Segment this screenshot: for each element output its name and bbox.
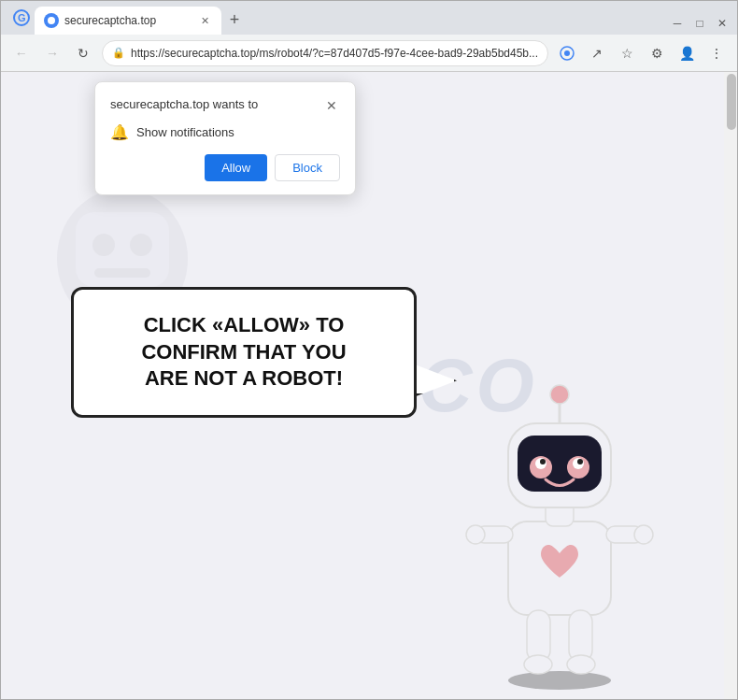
page-content: RISK.CO CLICK «ALLOW» TO CONFIRM THAT YO…: [1, 72, 737, 699]
bell-icon: 🔔: [110, 123, 129, 141]
new-tab-button[interactable]: +: [221, 7, 248, 33]
close-window-button[interactable]: ✕: [715, 16, 730, 31]
robot-svg: [457, 353, 662, 690]
maximize-button[interactable]: □: [692, 16, 707, 31]
svg-point-4: [564, 50, 570, 56]
svg-point-27: [540, 459, 546, 464]
popup-buttons: Allow Block: [110, 154, 340, 181]
svg-point-7: [92, 234, 115, 256]
toolbar-icons: ↗ ☆ ⚙ 👤 ⋮: [554, 40, 730, 66]
scrollbar[interactable]: [724, 72, 737, 699]
share-button[interactable]: ↗: [584, 40, 610, 66]
tab-favicon: [44, 13, 59, 28]
tab-close-button[interactable]: ✕: [197, 13, 212, 28]
tabs-area: G securecaptcha.top ✕ +: [1, 5, 670, 35]
notification-popup: securecaptcha.top wants to ✕ 🔔 Show noti…: [94, 81, 356, 195]
popup-notification-text: Show notifications: [136, 125, 234, 139]
svg-point-19: [567, 655, 595, 674]
svg-point-30: [550, 385, 569, 404]
block-button[interactable]: Block: [275, 154, 340, 181]
chrome-logo: [554, 40, 580, 66]
minimize-button[interactable]: ─: [670, 16, 685, 31]
svg-point-10: [508, 671, 611, 690]
popup-title: securecaptcha.top wants to: [110, 97, 258, 111]
scrollbar-thumb[interactable]: [727, 74, 736, 130]
tab-title: securecaptcha.top: [64, 14, 192, 27]
back-button[interactable]: ←: [8, 40, 34, 66]
window-controls: ─ □ ✕: [670, 16, 737, 35]
lock-icon: 🔒: [112, 47, 125, 59]
tab-active[interactable]: securecaptcha.top ✕: [35, 7, 221, 35]
forward-button[interactable]: →: [39, 40, 64, 66]
svg-point-18: [524, 655, 552, 674]
svg-rect-9: [94, 268, 150, 278]
robot-illustration: [457, 353, 662, 690]
extension-button[interactable]: ⚙: [644, 40, 670, 66]
speech-bubble-text: CLICK «ALLOW» TO CONFIRM THAT YOU ARE NO…: [100, 312, 388, 393]
popup-notification-row: 🔔 Show notifications: [110, 123, 340, 141]
svg-point-2: [48, 17, 55, 24]
reload-button[interactable]: ↻: [71, 40, 96, 66]
popup-close-button[interactable]: ✕: [323, 97, 340, 114]
profile-button[interactable]: 👤: [674, 40, 700, 66]
svg-rect-16: [527, 610, 550, 662]
svg-point-14: [466, 525, 485, 544]
menu-button[interactable]: ⋮: [703, 40, 730, 66]
svg-point-28: [577, 459, 583, 464]
speech-bubble: CLICK «ALLOW» TO CONFIRM THAT YOU ARE NO…: [71, 287, 417, 418]
svg-rect-17: [569, 610, 592, 662]
svg-text:G: G: [18, 12, 26, 23]
tab-bar: G securecaptcha.top ✕ + ─ □ ✕: [1, 1, 737, 35]
popup-header: securecaptcha.top wants to ✕: [110, 97, 340, 114]
svg-point-15: [634, 525, 653, 544]
google-icon[interactable]: G: [8, 5, 35, 31]
svg-point-8: [130, 234, 152, 256]
svg-rect-22: [518, 436, 602, 492]
url-text: https://securecaptcha.top/ms/robot4/?c=8…: [131, 47, 538, 60]
address-bar[interactable]: 🔒 https://securecaptcha.top/ms/robot4/?c…: [102, 40, 548, 66]
toolbar: ← → ↻ 🔒 https://securecaptcha.top/ms/rob…: [1, 35, 737, 72]
chrome-window: G securecaptcha.top ✕ + ─ □ ✕ ← → ↻ 🔒 ht…: [0, 0, 738, 700]
allow-button[interactable]: Allow: [205, 154, 267, 181]
bookmark-button[interactable]: ☆: [614, 40, 640, 66]
